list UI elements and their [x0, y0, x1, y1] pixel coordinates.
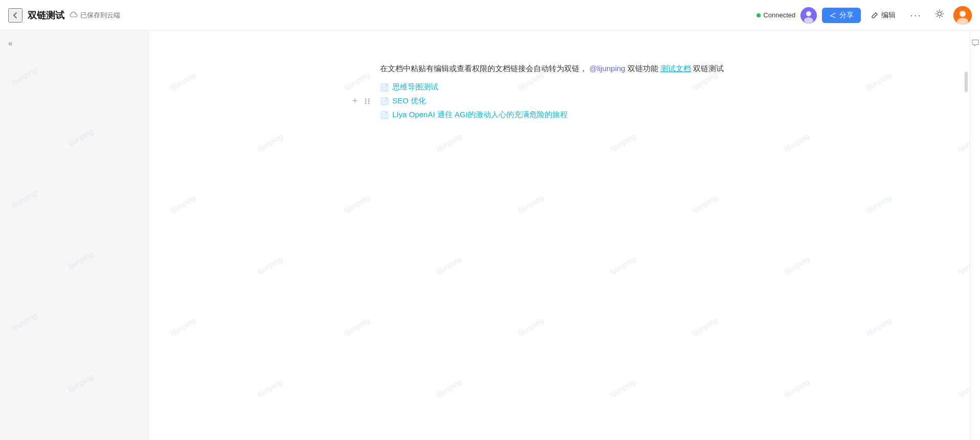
doc-link-2[interactable]: LIya OpenAI 通往 AGI的激动人心的充满危险的旅程 — [392, 110, 568, 120]
watermark: lijunping — [10, 65, 38, 86]
para-prefix: 在文档中粘贴有编辑或查看权限的文档链接会自动转为双链， — [380, 64, 587, 73]
content-area: lijunpinglijunpinglijunpinglijunpingliju… — [148, 31, 970, 440]
content-scroll[interactable]: 在文档中粘贴有编辑或查看权限的文档链接会自动转为双链， @lijunping 双… — [148, 31, 970, 440]
sidebar-watermarks: lijunping lijunping lijunping lijunping … — [0, 31, 148, 440]
sun-icon — [935, 9, 944, 18]
cloud-icon — [70, 11, 78, 19]
collapse-label: « — [8, 39, 13, 48]
doc-title: 双链测试 — [28, 9, 64, 21]
svg-point-9 — [365, 100, 367, 102]
scroll-indicator — [965, 72, 968, 92]
topbar: 双链测试 已保存到云端 Connected 分享 — [0, 0, 980, 31]
block-item-2: 📄 LIya OpenAI 通往 AGI的激动人心的充满危险的旅程 — [380, 110, 738, 120]
feature-text: 双链功能 — [628, 64, 660, 73]
edit-icon — [871, 12, 878, 19]
connected-indicator: Connected — [756, 11, 795, 19]
share-button[interactable]: 分享 — [822, 8, 861, 23]
svg-point-12 — [368, 102, 370, 104]
edit-label: 编辑 — [881, 11, 896, 20]
topbar-right: Connected 分享 编辑 ··· — [756, 6, 972, 25]
save-status: 已保存到云端 — [70, 11, 120, 20]
save-status-text: 已保存到云端 — [80, 11, 120, 20]
block-item-1: + 📄 SEO 优化 — [380, 96, 738, 106]
svg-point-10 — [368, 100, 370, 102]
svg-point-3 — [938, 12, 942, 16]
svg-point-7 — [365, 98, 367, 100]
test-doc-link[interactable]: 测试文档 — [660, 64, 691, 73]
user-avatar[interactable] — [953, 6, 972, 25]
share-label: 分享 — [839, 11, 854, 20]
doc-icon-1: 📄 — [380, 97, 389, 106]
main-paragraph: 在文档中粘贴有编辑或查看权限的文档链接会自动转为双链， @lijunping 双… — [380, 61, 738, 75]
settings-button[interactable] — [931, 7, 948, 23]
share-icon — [829, 12, 836, 19]
back-button[interactable] — [8, 8, 23, 23]
svg-point-2 — [804, 17, 813, 24]
connected-label: Connected — [763, 11, 795, 19]
block-controls-1: + — [349, 96, 372, 107]
topbar-left: 双链测试 已保存到云端 — [8, 8, 756, 23]
collaborator-avatar[interactable] — [800, 7, 817, 24]
doc-content: 在文档中粘贴有编辑或查看权限的文档链接会自动转为双链， @lijunping 双… — [339, 31, 779, 175]
doc-link-0[interactable]: 思维导图测试 — [392, 82, 438, 92]
doc-icon-2: 📄 — [380, 111, 389, 120]
connected-dot — [756, 13, 761, 17]
comment-button[interactable] — [971, 39, 979, 49]
edit-button[interactable]: 编辑 — [866, 8, 901, 23]
test-suffix: 双链测试 — [693, 64, 724, 73]
main-layout: « lijunping lijunping lijunping lijunpin… — [0, 31, 980, 440]
svg-point-8 — [368, 98, 370, 100]
drag-handle[interactable] — [363, 97, 372, 106]
sidebar-collapse-button[interactable]: « — [8, 39, 13, 48]
more-button[interactable]: ··· — [906, 7, 926, 23]
svg-point-1 — [806, 11, 811, 16]
doc-icon-0: 📄 — [380, 83, 389, 92]
watermark: lijunping — [10, 188, 38, 209]
block-item-0: 📄 思维导图测试 — [380, 82, 738, 92]
more-label: ··· — [910, 9, 922, 20]
watermark: lijunping — [10, 311, 38, 332]
doc-link-1[interactable]: SEO 优化 — [392, 96, 426, 106]
mention-tag[interactable]: @lijunping — [589, 64, 625, 73]
sidebar: « lijunping lijunping lijunping lijunpin… — [0, 31, 148, 440]
watermark: lijunping — [66, 126, 95, 148]
right-panel — [970, 31, 980, 440]
watermark: lijunping — [66, 249, 95, 271]
svg-point-5 — [960, 11, 966, 17]
svg-point-11 — [365, 102, 367, 104]
watermark: lijunping — [66, 372, 95, 393]
add-block-button[interactable]: + — [349, 96, 361, 107]
